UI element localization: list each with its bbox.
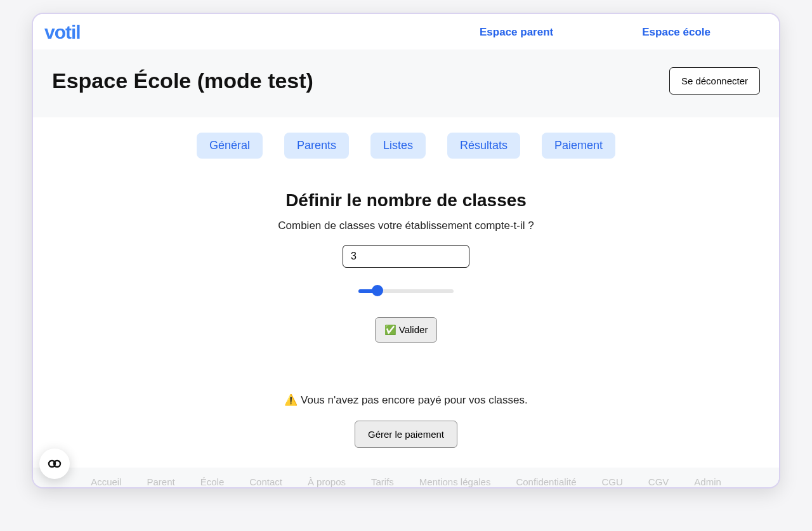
footer-link-contact[interactable]: Contact xyxy=(249,476,282,487)
tab-lists[interactable]: Listes xyxy=(370,133,426,159)
app-window: votil Espace parent Espace école Espace … xyxy=(32,13,780,488)
manage-payment-button[interactable]: Gérer le paiement xyxy=(355,421,457,448)
content-area: Définir le nombre de classes Combien de … xyxy=(33,167,779,468)
chat-widget-button[interactable] xyxy=(39,449,70,479)
footer-link-mentions[interactable]: Mentions légales xyxy=(419,476,491,487)
footer-link-ecole[interactable]: École xyxy=(200,476,225,487)
footer-link-accueil[interactable]: Accueil xyxy=(91,476,121,487)
section-subtitle: Combien de classes votre établissement c… xyxy=(46,220,766,232)
footer-link-tarifs[interactable]: Tarifs xyxy=(371,476,394,487)
payment-warning-block: ⚠️ Vous n'avez pas encore payé pour vos … xyxy=(46,393,766,448)
header-bar: Espace École (mode test) Se déconnecter xyxy=(33,49,779,117)
footer-link-cgv[interactable]: CGV xyxy=(648,476,669,487)
footer-links: Accueil Parent École Contact À propos Ta… xyxy=(33,476,779,487)
nav-link-school[interactable]: Espace école xyxy=(642,26,710,39)
top-nav: votil Espace parent Espace école xyxy=(33,14,779,49)
tabs: Général Parents Listes Résultats Paiemen… xyxy=(33,117,779,167)
brand-logo[interactable]: votil xyxy=(44,22,81,43)
tab-payment[interactable]: Paiement xyxy=(542,133,615,159)
nav-links: Espace parent Espace école xyxy=(480,26,768,39)
class-count-slider[interactable] xyxy=(358,285,454,297)
class-count-input[interactable] xyxy=(343,245,469,268)
footer-link-apropos[interactable]: À propos xyxy=(308,476,346,487)
tab-parents[interactable]: Parents xyxy=(284,133,349,159)
footer: Accueil Parent École Contact À propos Ta… xyxy=(33,468,779,487)
slider-thumb[interactable] xyxy=(372,285,383,296)
footer-link-cgu[interactable]: CGU xyxy=(601,476,622,487)
validate-button[interactable]: ✅ Valider xyxy=(375,317,438,343)
page-title: Espace École (mode test) xyxy=(52,69,313,93)
footer-link-admin[interactable]: Admin xyxy=(694,476,721,487)
tab-results[interactable]: Résultats xyxy=(447,133,520,159)
section-title: Définir le nombre de classes xyxy=(46,190,766,211)
logout-button[interactable]: Se déconnecter xyxy=(669,67,760,95)
footer-link-parent[interactable]: Parent xyxy=(147,476,175,487)
tab-general[interactable]: Général xyxy=(197,133,263,159)
nav-link-parent[interactable]: Espace parent xyxy=(480,26,553,39)
payment-warning-text: ⚠️ Vous n'avez pas encore payé pour vos … xyxy=(46,393,766,407)
footer-link-confidentialite[interactable]: Confidentialité xyxy=(516,476,576,487)
link-icon xyxy=(47,456,62,471)
